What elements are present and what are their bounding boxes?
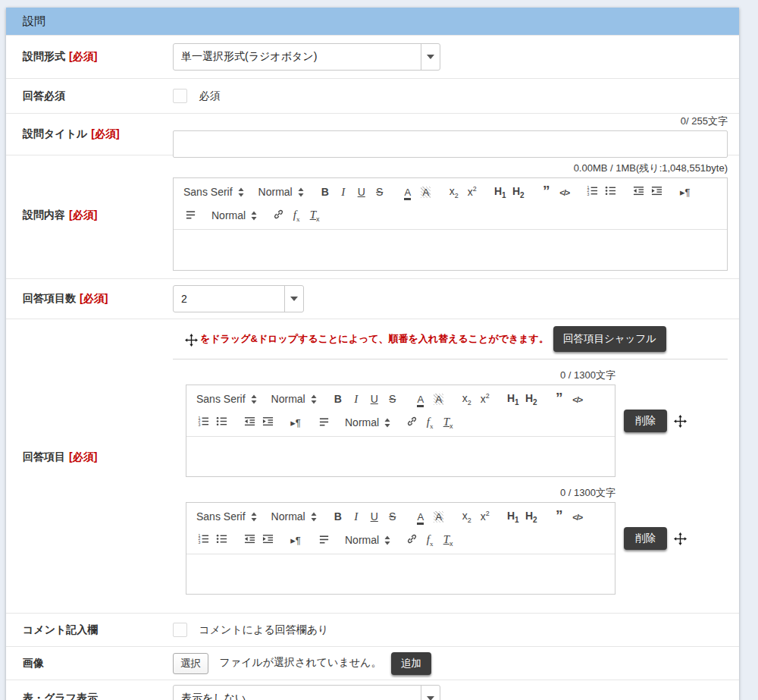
answer-count-select[interactable]: 2 <box>173 285 304 312</box>
toolbar-clean-format-button[interactable]: Tx <box>305 207 324 224</box>
toolbar-align-button[interactable] <box>181 207 199 224</box>
editor-toolbar: Sans SerifNormalBIUSAAx2x2H1H2”</>123▸¶N… <box>186 385 615 436</box>
font-select[interactable]: Sans Serif <box>181 184 246 200</box>
toolbar-ordered-list-button[interactable]: 123 <box>194 414 212 431</box>
toolbar-link-button[interactable] <box>402 414 421 431</box>
chart-display-select[interactable]: 表示をしない <box>173 685 440 700</box>
delete-answer-1-button[interactable]: 削除 <box>624 410 667 432</box>
size-select[interactable]: Normal <box>269 508 319 525</box>
toolbar-formula-button[interactable]: fx <box>287 207 305 224</box>
toolbar-align-button[interactable] <box>315 532 333 548</box>
toolbar-header-2-button[interactable]: H2 <box>522 508 540 525</box>
toolbar-text-direction-button[interactable]: ▸¶ <box>676 184 694 200</box>
toolbar-indent-button[interactable] <box>258 414 277 431</box>
toolbar-link-button[interactable] <box>269 207 287 224</box>
toolbar-superscript-button[interactable]: x2 <box>476 508 494 525</box>
toolbar-background-color-button[interactable]: A <box>430 391 448 407</box>
toolbar-text-direction-button[interactable]: ▸¶ <box>287 414 305 431</box>
toolbar-subscript-button[interactable]: x2 <box>445 184 463 200</box>
question-title-input[interactable] <box>173 130 728 158</box>
toolbar-header-2-button[interactable]: H2 <box>509 184 528 200</box>
toolbar-underline-button[interactable]: U <box>352 184 371 200</box>
toolbar-align-button[interactable] <box>315 414 333 431</box>
toolbar-code-block-button[interactable]: </> <box>568 391 587 407</box>
delete-answer-2-button[interactable]: 削除 <box>624 527 667 550</box>
chevron-down-icon[interactable] <box>284 286 303 312</box>
toolbar-background-color-button[interactable]: A <box>417 184 435 200</box>
toolbar-bullet-list-button[interactable] <box>212 414 230 431</box>
code-block-icon: </> <box>572 393 582 405</box>
shuffle-answers-button[interactable]: 回答項目シャッフル <box>553 326 666 352</box>
question-content-editarea[interactable] <box>174 229 727 270</box>
toolbar-strike-button[interactable]: S <box>384 508 402 525</box>
toolbar-subscript-button[interactable]: x2 <box>458 508 476 525</box>
paragraph-select[interactable]: Normal <box>343 414 393 431</box>
toolbar-indent-button[interactable] <box>648 184 666 200</box>
toolbar-text-color-button[interactable]: A <box>412 508 430 525</box>
toolbar-header-2-button[interactable]: H2 <box>522 391 540 407</box>
paragraph-select[interactable]: Normal <box>343 532 393 548</box>
toolbar-strike-button[interactable]: S <box>371 184 389 200</box>
size-select[interactable]: Normal <box>269 391 319 407</box>
italic-icon: I <box>354 393 358 406</box>
row-answer-required: 回答必須 必須 <box>6 78 739 113</box>
answer-1-editor: Sans SerifNormalBIUSAAx2x2H1H2”</>123▸¶N… <box>186 385 615 477</box>
toolbar-italic-button[interactable]: I <box>347 391 365 407</box>
panel-title: 設問 <box>6 8 739 35</box>
toolbar-text-color-button[interactable]: A <box>399 184 417 200</box>
toolbar-underline-button[interactable]: U <box>365 391 384 407</box>
font-select[interactable]: Sans Serif <box>194 508 259 525</box>
toolbar-blockquote-button[interactable]: ” <box>550 391 568 407</box>
toolbar-formula-button[interactable]: fx <box>421 532 439 548</box>
answer-2-editarea[interactable] <box>186 554 615 594</box>
chevron-down-icon[interactable] <box>421 686 440 700</box>
toolbar-bold-button[interactable]: B <box>329 391 347 407</box>
toolbar-strike-button[interactable]: S <box>384 391 402 407</box>
toolbar-link-button[interactable] <box>402 532 421 548</box>
toolbar-bold-button[interactable]: B <box>329 508 347 525</box>
toolbar-text-color-button[interactable]: A <box>412 391 430 407</box>
toolbar-code-block-button[interactable]: </> <box>556 184 574 200</box>
toolbar-outdent-button[interactable] <box>240 532 258 548</box>
toolbar-header-1-button[interactable]: H1 <box>504 508 522 525</box>
font-select[interactable]: Sans Serif <box>194 391 259 407</box>
drag-handle-icon[interactable] <box>674 415 687 428</box>
toolbar-header-1-button[interactable]: H1 <box>504 391 522 407</box>
toolbar-clean-format-button[interactable]: Tx <box>439 414 457 431</box>
toolbar-indent-button[interactable] <box>258 532 277 548</box>
answer-1-editarea[interactable] <box>186 436 615 476</box>
toolbar-formula-button[interactable]: fx <box>421 414 439 431</box>
toolbar-clean-format-button[interactable]: Tx <box>439 532 457 548</box>
bold-icon: B <box>334 393 342 405</box>
toolbar-text-direction-button[interactable]: ▸¶ <box>287 532 305 548</box>
toolbar-ordered-list-button[interactable]: 123 <box>584 184 602 200</box>
toolbar-italic-button[interactable]: I <box>347 508 365 525</box>
size-select[interactable]: Normal <box>256 184 306 200</box>
toolbar-ordered-list-button[interactable]: 123 <box>194 532 212 548</box>
toolbar-subscript-button[interactable]: x2 <box>458 391 476 407</box>
toolbar-outdent-button[interactable] <box>630 184 648 200</box>
toolbar-outdent-button[interactable] <box>240 414 258 431</box>
answer-required-checkbox-label: 必須 <box>199 89 220 102</box>
toolbar-superscript-button[interactable]: x2 <box>476 391 494 407</box>
toolbar-italic-button[interactable]: I <box>334 184 352 200</box>
paragraph-select[interactable]: Normal <box>209 207 259 224</box>
toolbar-blockquote-button[interactable]: ” <box>537 184 556 200</box>
question-type-select[interactable]: 単一選択形式(ラジオボタン) <box>173 43 440 71</box>
toolbar-code-block-button[interactable]: </> <box>568 508 587 525</box>
toolbar-background-color-button[interactable]: A <box>430 508 448 525</box>
toolbar-superscript-button[interactable]: x2 <box>463 184 481 200</box>
toolbar-underline-button[interactable]: U <box>365 508 384 525</box>
toolbar-bullet-list-button[interactable] <box>212 532 230 548</box>
answer-required-checkbox[interactable] <box>173 89 187 103</box>
outdent-icon <box>633 185 644 199</box>
toolbar-bold-button[interactable]: B <box>316 184 334 200</box>
chevron-down-icon[interactable] <box>421 44 440 70</box>
toolbar-bullet-list-button[interactable] <box>602 184 620 200</box>
file-select-button[interactable]: 選択 <box>173 653 208 674</box>
comment-checkbox[interactable] <box>173 623 187 637</box>
drag-handle-icon[interactable] <box>674 532 687 545</box>
toolbar-header-1-button[interactable]: H1 <box>491 184 509 200</box>
toolbar-blockquote-button[interactable]: ” <box>550 508 568 525</box>
add-image-button[interactable]: 追加 <box>391 652 431 675</box>
